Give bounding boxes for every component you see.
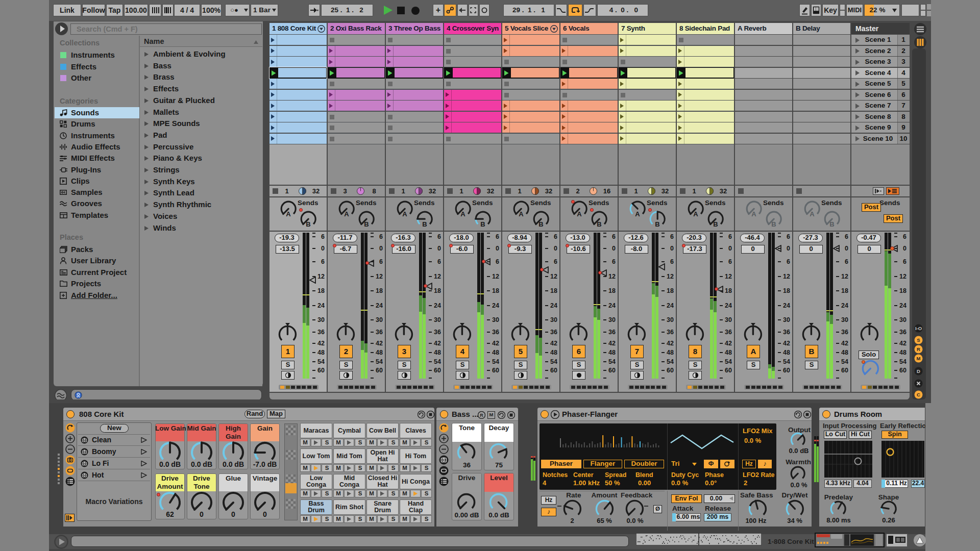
svg-text:R: R [480, 413, 483, 418]
